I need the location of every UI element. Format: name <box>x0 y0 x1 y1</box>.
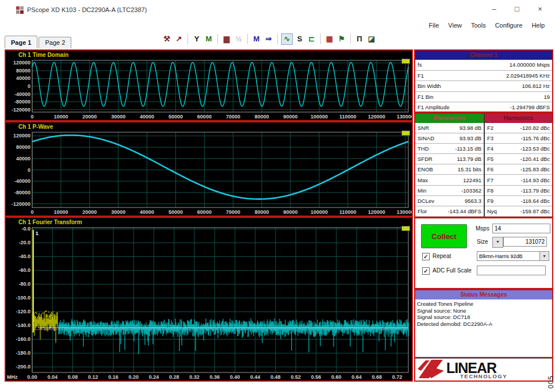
parameter-row: SINAD93.93 dB <box>415 133 484 144</box>
menu-item-help[interactable]: Help <box>531 22 545 29</box>
svg-text:-140.0: -140.0 <box>16 322 30 328</box>
close-button[interactable]: × <box>535 5 545 13</box>
svg-text:80000: 80000 <box>16 144 30 150</box>
menu-item-file[interactable]: File <box>429 22 439 29</box>
parameter-row-value: 15.31 bits <box>458 166 481 172</box>
size-input[interactable] <box>503 237 547 247</box>
svg-text:0.36: 0.36 <box>210 374 220 380</box>
parameter-row: THD-113.15 dB <box>415 144 484 154</box>
pulse-icon[interactable]: Π <box>354 34 365 44</box>
bar-chart-icon[interactable]: ▆ <box>221 34 232 44</box>
minimize-button[interactable]: – <box>489 5 499 13</box>
export-image-icon[interactable]: ◪ <box>366 34 377 44</box>
parameter-row: Min-103362 <box>415 186 484 196</box>
parameter-row: ENOB15.31 bits <box>415 164 484 175</box>
svg-text:0.56: 0.56 <box>311 374 321 380</box>
harmonic-row: F4-123.53 dBc <box>485 144 552 154</box>
adc-full-scale-input[interactable] <box>477 266 546 275</box>
loop-icon[interactable]: S <box>294 34 305 44</box>
filter-icon[interactable]: Y <box>192 34 202 44</box>
flag-red-icon[interactable]: ▦ <box>324 34 335 44</box>
svg-text:100000: 100000 <box>311 209 328 215</box>
tab-page-1[interactable]: Page 1 <box>5 36 37 48</box>
size-dropdown-button[interactable]: ▼ <box>492 237 503 248</box>
svg-text:0.60: 0.60 <box>331 374 342 380</box>
p-wave-canvas[interactable]: 0100002000030000400005000060000700008000… <box>6 131 412 216</box>
svg-text:-40000: -40000 <box>14 178 30 184</box>
parameter-row-label: ENOB <box>418 166 433 172</box>
channel-stat-row: Bin Width106.812 Hz <box>415 81 552 92</box>
collect-panel: Collect Msps Size ▼ ✓ Repeat Blkmn-Harri… <box>414 217 553 289</box>
parameter-row-label: SFDR <box>418 156 432 162</box>
channel-info-panel: Channel 1 fs14.000000 MspsF12.029418945 … <box>414 49 553 113</box>
parameter-row-label: SNR <box>418 125 429 131</box>
harmonic-row-value: -113.79 dBc <box>520 187 550 194</box>
menu-item-configure[interactable]: Configure <box>495 22 523 29</box>
status-message-line: Signal source: None <box>415 308 552 314</box>
svg-text:120000: 120000 <box>13 60 30 66</box>
window-function-select[interactable]: Blkmn-Harris 92dB ▼ <box>477 251 549 261</box>
harmonic-row-value: -159.87 dBc <box>520 208 550 214</box>
channel-stat-row: F12.029418945 KHz <box>415 71 552 82</box>
svg-text:130000: 130000 <box>397 114 412 120</box>
harmonic-row-value: -115.76 dBc <box>520 135 550 141</box>
channel-stat-row-label: F1 <box>418 72 424 79</box>
title-bar: PScope XD K103 - DC2290A-A (LTC2387) <box>16 5 147 15</box>
svg-text:0.40: 0.40 <box>230 374 240 380</box>
harmonic-row: F3-115.76 dBc <box>485 133 552 144</box>
tab-page-2[interactable]: Page 2 <box>39 37 71 48</box>
window-func-icon[interactable]: ⊏ <box>307 34 317 44</box>
harmonic-row-label: F5 <box>487 156 493 162</box>
parameter-row: SFDR113.79 dB <box>415 154 484 164</box>
svg-text:0.00: 0.00 <box>27 374 37 380</box>
time-domain-canvas[interactable]: 0100002000030000400005000060000700008000… <box>6 59 412 120</box>
harmonics-header: Harmonics <box>485 114 552 123</box>
histogram-icon[interactable]: M <box>204 34 214 44</box>
svg-text:0: 0 <box>28 167 30 173</box>
channel-stat-row-label: fs <box>418 62 422 68</box>
svg-text:0.12: 0.12 <box>88 374 98 380</box>
fourier-canvas[interactable]: 0.000.040.080.120.160.200.240.280.320.36… <box>6 226 412 381</box>
zoom-tools-icon[interactable]: ⚒ <box>162 34 172 44</box>
svg-text:0: 0 <box>30 209 33 215</box>
channel-stat-row: F1 Amplitude-1.294799 dBFS <box>415 102 552 113</box>
menu-item-tools[interactable]: Tools <box>471 22 486 29</box>
msps-label: Msps <box>476 225 489 232</box>
harmonic-row-value: -120.82 dBc <box>520 125 550 131</box>
collect-button[interactable]: Collect <box>421 224 467 248</box>
msps-input[interactable] <box>492 224 550 233</box>
half-scale-icon[interactable]: ½ <box>234 34 244 44</box>
page-tabs: Page 1Page 2 <box>5 34 72 48</box>
svg-text:-0.0: -0.0 <box>21 226 30 232</box>
flag-green-icon[interactable]: ⚑ <box>336 34 347 44</box>
parameter-row: Flor-143.44 dBFS <box>415 206 484 217</box>
harmonic-row: F8-113.79 dBc <box>485 186 552 196</box>
svg-text:90000: 90000 <box>284 209 298 215</box>
time-domain-plot: Ch 1 Time Domain 01000020000300004000050… <box>5 49 413 121</box>
menu-item-view[interactable]: View <box>448 22 462 29</box>
signal-route-icon[interactable]: ∿ <box>281 33 293 45</box>
maximize-button[interactable]: □ <box>512 5 522 13</box>
svg-text:50000: 50000 <box>169 209 183 215</box>
harmonic-row-label: F3 <box>487 135 493 141</box>
parameter-row: Max122491 <box>415 175 484 185</box>
status-message-line: Created Tones Pipeline <box>415 301 552 308</box>
status-messages-panel: Status Messages Created Tones PipelineSi… <box>414 289 553 358</box>
parameter-row-label: THD <box>418 145 429 152</box>
repeat-checkbox[interactable]: ✓ <box>422 253 430 260</box>
svg-text:0: 0 <box>28 83 30 89</box>
max-marker-icon[interactable]: ⇒ <box>263 34 274 44</box>
svg-text:-120000: -120000 <box>12 201 30 207</box>
harmonic-row-value: -118.64 dBc <box>520 198 550 204</box>
svg-text:0.72: 0.72 <box>392 374 403 380</box>
cursor-tool-icon[interactable]: ↗ <box>174 34 184 44</box>
min-marker-icon[interactable]: M <box>251 34 262 44</box>
parameter-row-label: SINAD <box>418 135 434 141</box>
svg-text:0.44: 0.44 <box>250 374 261 380</box>
svg-text:80000: 80000 <box>255 209 269 215</box>
adc-full-scale-checkbox[interactable]: ✓ <box>422 267 430 275</box>
svg-text:1: 1 <box>36 230 39 236</box>
svg-text:20000: 20000 <box>82 114 97 120</box>
svg-text:0.08: 0.08 <box>68 374 78 380</box>
svg-text:-80.0: -80.0 <box>18 281 30 287</box>
